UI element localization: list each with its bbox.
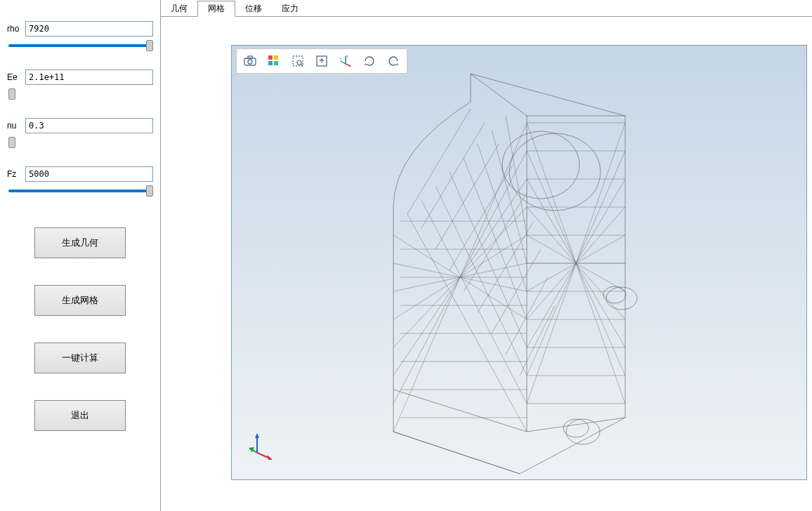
nu-slider[interactable]	[8, 136, 153, 149]
tab-stress[interactable]: 应力	[272, 1, 308, 17]
Fz-slider[interactable]	[8, 185, 153, 197]
tab-bar: 几何 网格 位移 应力	[161, 0, 812, 17]
param-nu: nu	[7, 118, 153, 151]
Ee-label: Ee	[7, 72, 24, 82]
nu-label: nu	[7, 121, 24, 131]
scene-icon[interactable]	[265, 52, 283, 70]
mesh-viewer[interactable]: z y x	[231, 45, 807, 480]
nu-input[interactable]	[25, 118, 153, 133]
svg-point-21	[566, 419, 600, 444]
rho-slider[interactable]	[8, 39, 153, 52]
tab-mesh[interactable]: 网格	[197, 1, 235, 17]
Fz-label: Fz	[7, 169, 24, 179]
mesh-wireframe	[344, 67, 695, 480]
tab-displacement[interactable]: 位移	[235, 1, 272, 17]
svg-point-18	[502, 131, 579, 199]
generate-geometry-button[interactable]: 生成几何	[34, 227, 126, 258]
left-panel: rho Ee nu	[0, 0, 160, 511]
svg-marker-24	[255, 433, 259, 438]
generate-mesh-button[interactable]: 生成网格	[34, 285, 126, 316]
svg-text:z: z	[346, 54, 348, 58]
svg-rect-2	[248, 56, 252, 58]
svg-text:y: y	[340, 56, 342, 60]
exit-button[interactable]: 退出	[34, 400, 126, 431]
svg-rect-6	[274, 61, 278, 65]
one-click-compute-button[interactable]: 一键计算	[34, 343, 126, 373]
Fz-input[interactable]	[25, 166, 153, 182]
svg-rect-5	[268, 61, 273, 65]
svg-line-12	[341, 61, 346, 64]
rho-input[interactable]	[25, 21, 153, 36]
orientation-axes-icon	[249, 432, 277, 460]
camera-icon[interactable]	[241, 52, 259, 70]
Ee-input[interactable]	[25, 69, 153, 85]
param-Ee: Ee	[7, 69, 153, 102]
svg-point-1	[248, 60, 252, 64]
zoom-box-icon[interactable]	[289, 52, 307, 70]
svg-rect-4	[274, 55, 278, 60]
right-panel: 几何 网格 位移 应力	[160, 0, 812, 511]
Ee-slider[interactable]	[8, 88, 153, 100]
svg-point-22	[563, 419, 589, 437]
svg-marker-26	[267, 455, 273, 460]
tab-geometry[interactable]: 几何	[161, 1, 197, 17]
param-rho: rho	[7, 21, 153, 54]
svg-rect-3	[268, 55, 273, 60]
param-Fz: Fz	[7, 166, 153, 199]
svg-point-19	[606, 287, 637, 310]
zoom-extents-icon[interactable]	[313, 52, 331, 70]
rho-label: rho	[7, 24, 24, 34]
